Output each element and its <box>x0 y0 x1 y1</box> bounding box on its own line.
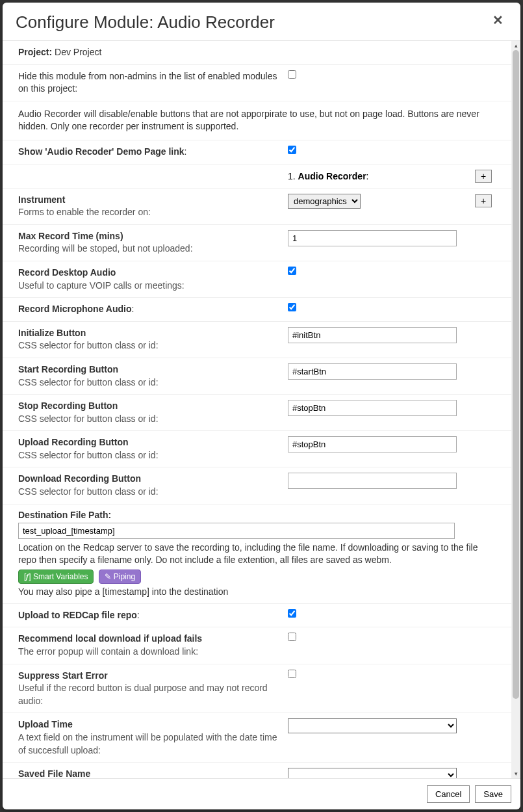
piping-button[interactable]: ✎ Piping <box>99 570 141 584</box>
upload-time-select[interactable] <box>288 718 457 733</box>
section-number: 1. <box>288 171 296 181</box>
dest-path-input[interactable] <box>18 523 455 539</box>
start-btn-input[interactable] <box>288 363 457 380</box>
saved-file-row: Saved File Name A text field on the inst… <box>3 763 511 778</box>
stop-btn-row: Stop Recording Button CSS selector for b… <box>3 395 511 431</box>
saved-file-label: Saved File Name <box>18 768 90 778</box>
add-instrument-button[interactable]: + <box>475 194 492 207</box>
dest-path-help: Location on the Redcap server to save th… <box>18 542 496 567</box>
instrument-row: Instrument Forms to enable the recorder … <box>3 189 511 225</box>
add-section-button[interactable]: + <box>475 170 492 183</box>
init-btn-input[interactable] <box>288 327 457 343</box>
init-btn-row: Initialize Button CSS selector for butto… <box>3 322 511 358</box>
section-title: Audio Recorder <box>298 171 366 181</box>
download-btn-sub: CSS selector for button class or id: <box>18 486 159 497</box>
desktop-audio-sub: Useful to capture VOIP calls or meetings… <box>18 280 185 291</box>
hide-module-text: Hide this module from non-admins in the … <box>18 71 277 94</box>
module-description: Audio Recorder will disable/enable butto… <box>3 101 511 140</box>
max-record-sub: Recording will be stoped, but not upload… <box>18 243 193 254</box>
config-modal: Configure Module: Audio Recorder ✕ Proje… <box>3 3 520 809</box>
stop-btn-sub: CSS selector for button class or id: <box>18 413 159 424</box>
show-demo-label: Show 'Audio Recoder' Demo Page link <box>18 146 185 157</box>
modal-body: Project: Dev Project Hide this module fr… <box>3 41 511 778</box>
smart-variables-button[interactable]: [𝒇] Smart Variables <box>18 570 94 584</box>
init-btn-label: Initialize Button <box>18 328 86 338</box>
start-btn-sub: CSS selector for button class or id: <box>18 377 159 387</box>
project-label: Project: <box>18 47 52 57</box>
upload-btn-row: Upload Recording Button CSS selector for… <box>3 431 511 467</box>
instrument-select[interactable]: demographics <box>288 194 361 209</box>
saved-file-select[interactable] <box>288 768 457 778</box>
recommend-dl-row: Recommend local download if upload fails… <box>3 627 511 664</box>
download-btn-row: Download Recording Button CSS selector f… <box>3 467 511 504</box>
upload-time-sub: A text field on the instrument will be p… <box>18 732 277 755</box>
max-record-input[interactable] <box>288 230 457 246</box>
init-btn-sub: CSS selector for button class or id: <box>18 340 159 350</box>
project-value: Dev Project <box>55 47 101 57</box>
upload-btn-input[interactable] <box>288 436 457 452</box>
pipe-note: You may also pipe a [timestamp] into the… <box>18 586 496 597</box>
instrument-label: Instrument <box>18 194 65 205</box>
upload-btn-sub: CSS selector for button class or id: <box>18 450 159 460</box>
modal-header: Configure Module: Audio Recorder ✕ <box>3 3 520 41</box>
suppress-err-label: Suppress Start Error <box>18 670 108 681</box>
cancel-button[interactable]: Cancel <box>427 785 470 803</box>
mic-audio-checkbox[interactable] <box>288 303 296 311</box>
suppress-err-row: Suppress Start Error Useful if the recor… <box>3 664 511 714</box>
scroll-up-icon[interactable]: ▴ <box>511 41 520 50</box>
close-icon[interactable]: ✕ <box>489 12 507 28</box>
destination-path-block: Destination File Path: Location on the R… <box>3 504 511 604</box>
scroll-down-icon[interactable]: ▾ <box>511 769 520 778</box>
modal-title: Configure Module: Audio Recorder <box>16 12 275 33</box>
download-btn-label: Download Recording Button <box>18 473 141 484</box>
upload-time-label: Upload Time <box>18 719 73 729</box>
scrollbar[interactable]: ▴ ▾ <box>511 41 520 778</box>
stop-btn-input[interactable] <box>288 400 457 416</box>
suppress-err-checkbox[interactable] <box>288 670 296 678</box>
desktop-audio-label: Record Desktop Audio <box>18 267 116 278</box>
desktop-audio-checkbox[interactable] <box>288 267 296 275</box>
upload-repo-row: Upload to REDCap file repo: <box>3 604 511 628</box>
start-btn-row: Start Recording Button CSS selector for … <box>3 358 511 395</box>
recommend-dl-label: Recommend local download if upload fails <box>18 633 202 644</box>
max-record-label: Max Record Time (mins) <box>18 231 123 241</box>
stop-btn-label: Stop Recording Button <box>18 400 118 411</box>
mic-audio-row: Record Microphone Audio: <box>3 298 511 322</box>
instrument-sub: Forms to enable the recorder on: <box>18 207 151 217</box>
upload-repo-label: Upload to REDCap file repo <box>18 610 137 620</box>
mic-audio-label: Record Microphone Audio <box>18 304 131 314</box>
hide-module-row: Hide this module from non-admins in the … <box>3 65 511 101</box>
start-btn-label: Start Recording Button <box>18 364 118 374</box>
modal-body-wrap: Project: Dev Project Hide this module fr… <box>3 41 520 778</box>
scroll-thumb[interactable] <box>513 50 519 699</box>
show-demo-checkbox[interactable] <box>288 146 296 154</box>
max-record-row: Max Record Time (mins) Recording will be… <box>3 225 511 261</box>
download-btn-input[interactable] <box>288 473 457 489</box>
upload-btn-label: Upload Recording Button <box>18 437 129 447</box>
upload-repo-checkbox[interactable] <box>288 609 296 618</box>
upload-time-row: Upload Time A text field on the instrume… <box>3 713 511 763</box>
hide-module-checkbox[interactable] <box>288 70 296 79</box>
project-row: Project: Dev Project <box>3 41 511 65</box>
suppress-err-sub: Useful if the record button is dual purp… <box>18 683 268 706</box>
dest-path-label: Destination File Path: <box>18 510 496 520</box>
audio-recorder-section-header: 1. Audio Recorder: + <box>3 164 511 189</box>
show-demo-row: Show 'Audio Recoder' Demo Page link: <box>3 140 511 164</box>
modal-footer: Cancel Save <box>3 778 520 809</box>
recommend-dl-checkbox[interactable] <box>288 633 296 641</box>
recommend-dl-sub: The error popup will contain a download … <box>18 646 198 657</box>
desktop-audio-row: Record Desktop Audio Useful to capture V… <box>3 261 511 298</box>
save-button[interactable]: Save <box>475 785 511 803</box>
